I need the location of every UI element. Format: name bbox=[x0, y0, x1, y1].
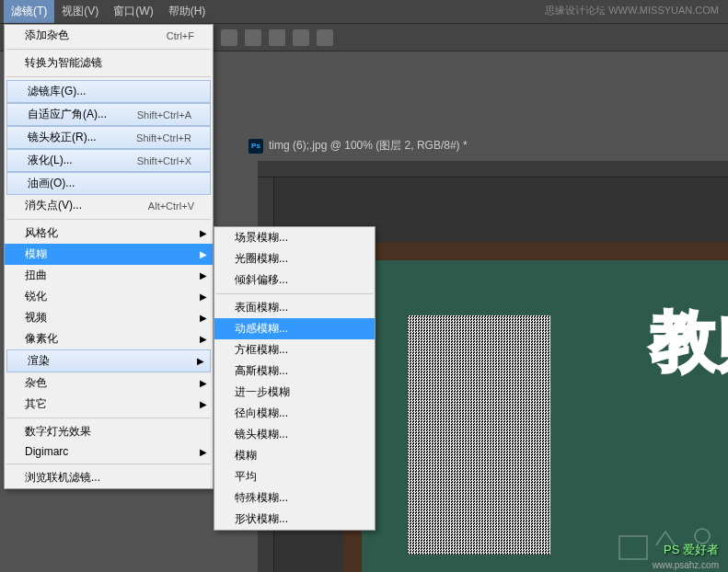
menu-item-模糊[interactable]: 模糊 bbox=[214, 445, 375, 466]
menu-item-锐化[interactable]: 锐化▶ bbox=[5, 286, 213, 307]
menu-item-label: 光圈模糊... bbox=[235, 251, 288, 267]
menu-item-label: 特殊模糊... bbox=[235, 490, 288, 506]
menu-item-label: 进一步模糊 bbox=[235, 384, 290, 400]
menu-item-label: 镜头校正(R)... bbox=[28, 130, 97, 145]
toolbar-icon[interactable] bbox=[293, 29, 309, 46]
blur-submenu-dropdown: 场景模糊...光圈模糊...倾斜偏移...表面模糊...动感模糊...方框模糊.… bbox=[214, 226, 376, 531]
menu-separator bbox=[6, 463, 211, 464]
menu-item-label: 模糊 bbox=[235, 448, 257, 463]
menu-item-场景模糊...[interactable]: 场景模糊... bbox=[214, 227, 375, 248]
submenu-arrow-icon: ▶ bbox=[197, 356, 204, 366]
submenu-arrow-icon: ▶ bbox=[200, 228, 207, 238]
submenu-arrow-icon: ▶ bbox=[200, 249, 207, 259]
menu-shortcut: Shift+Ctrl+R bbox=[136, 132, 191, 143]
menu-item-label: 扭曲 bbox=[25, 268, 47, 283]
menu-item-平均[interactable]: 平均 bbox=[214, 466, 375, 487]
menu-item-消失点(V)...[interactable]: 消失点(V)...Alt+Ctrl+V bbox=[5, 195, 213, 216]
menu-item-label: 风格化 bbox=[25, 225, 58, 241]
menu-shortcut: Shift+Ctrl+X bbox=[137, 155, 191, 166]
menu-item-其它[interactable]: 其它▶ bbox=[5, 394, 213, 415]
menu-item-动感模糊...[interactable]: 动感模糊... bbox=[214, 318, 375, 339]
menu-item-label: 油画(O)... bbox=[28, 176, 75, 191]
chalkboard: 教师节 bbox=[362, 260, 728, 572]
menu-item-扭曲[interactable]: 扭曲▶ bbox=[5, 265, 213, 286]
menu-item-label: 锐化 bbox=[25, 289, 47, 304]
canvas[interactable]: 教师节 bbox=[343, 242, 728, 572]
menu-item-label: 浏览联机滤镜... bbox=[25, 470, 100, 486]
menubar: 滤镜(T)视图(V)窗口(W)帮助(H) 思缘设计论坛 WWW.MISSYUAN… bbox=[0, 0, 728, 24]
svg-rect-0 bbox=[619, 536, 647, 559]
menu-item-高斯模糊...[interactable]: 高斯模糊... bbox=[214, 360, 375, 382]
menu-item-label: 转换为智能滤镜 bbox=[25, 55, 102, 71]
submenu-arrow-icon: ▶ bbox=[200, 334, 207, 344]
menu-item-自适应广角(A)...[interactable]: 自适应广角(A)...Shift+Ctrl+A bbox=[6, 103, 211, 126]
menu-item-液化(L)...[interactable]: 液化(L)...Shift+Ctrl+X bbox=[6, 149, 211, 172]
menu-item-数字灯光效果[interactable]: 数字灯光效果 bbox=[5, 421, 213, 442]
ps-icon: Ps bbox=[248, 139, 263, 154]
menu-item-Digimarc[interactable]: Digimarc▶ bbox=[5, 442, 213, 461]
menu-item-转换为智能滤镜[interactable]: 转换为智能滤镜 bbox=[5, 52, 213, 74]
menu-item-光圈模糊...[interactable]: 光圈模糊... bbox=[214, 248, 375, 269]
menu-item-label: 表面模糊... bbox=[235, 300, 288, 315]
toolbar-icon[interactable] bbox=[245, 29, 261, 46]
menu-item-表面模糊...[interactable]: 表面模糊... bbox=[214, 297, 375, 318]
menu-item-label: 杂色 bbox=[25, 375, 47, 391]
menu-item-视频[interactable]: 视频▶ bbox=[5, 307, 213, 328]
submenu-arrow-icon: ▶ bbox=[200, 447, 207, 457]
menu-帮助(H)[interactable]: 帮助(H) bbox=[161, 0, 214, 23]
menu-item-label: 渲染 bbox=[28, 353, 50, 369]
submenu-arrow-icon: ▶ bbox=[200, 292, 207, 302]
document-tab[interactable]: Ps timg (6);.jpg @ 100% (图层 2, RGB/8#) * bbox=[248, 138, 468, 154]
menu-item-label: 镜头模糊... bbox=[235, 427, 288, 442]
menu-item-label: 视频 bbox=[25, 310, 47, 326]
menu-item-风格化[interactable]: 风格化▶ bbox=[5, 223, 213, 244]
menu-item-label: 数字灯光效果 bbox=[25, 424, 91, 440]
menu-item-label: 形状模糊... bbox=[235, 511, 288, 527]
menu-滤镜(T)[interactable]: 滤镜(T) bbox=[4, 0, 54, 23]
menu-item-label: 模糊 bbox=[25, 246, 47, 262]
horizontal-ruler bbox=[258, 161, 728, 177]
toolbar-icon[interactable] bbox=[317, 29, 333, 46]
menu-item-特殊模糊...[interactable]: 特殊模糊... bbox=[214, 487, 375, 509]
menu-item-方框模糊...[interactable]: 方框模糊... bbox=[214, 339, 375, 360]
menu-item-形状模糊...[interactable]: 形状模糊... bbox=[214, 509, 375, 530]
menu-item-渲染[interactable]: 渲染▶ bbox=[6, 349, 211, 372]
document-title: timg (6);.jpg @ 100% (图层 2, RGB/8#) * bbox=[269, 138, 468, 154]
menu-shortcut: Shift+Ctrl+A bbox=[137, 109, 191, 120]
menu-separator bbox=[6, 418, 211, 418]
menu-item-label: 倾斜偏移... bbox=[235, 272, 288, 288]
menu-item-杂色[interactable]: 杂色▶ bbox=[5, 372, 213, 394]
menu-separator bbox=[6, 49, 211, 50]
menu-item-label: 像素化 bbox=[25, 331, 58, 347]
menu-item-像素化[interactable]: 像素化▶ bbox=[5, 328, 213, 349]
menu-item-label: 高斯模糊... bbox=[235, 363, 288, 379]
menu-视图(V)[interactable]: 视图(V) bbox=[54, 0, 106, 23]
menu-item-label: 液化(L)... bbox=[28, 153, 73, 168]
menu-item-滤镜库(G)...[interactable]: 滤镜库(G)... bbox=[6, 80, 211, 103]
toolbar-icon[interactable] bbox=[269, 29, 285, 46]
menu-item-label: 自适应广角(A)... bbox=[28, 107, 107, 122]
menu-item-镜头校正(R)...[interactable]: 镜头校正(R)...Shift+Ctrl+R bbox=[6, 126, 211, 149]
menu-item-倾斜偏移...[interactable]: 倾斜偏移... bbox=[214, 269, 375, 291]
chalk-text: 教师节 bbox=[651, 297, 728, 385]
menu-item-模糊[interactable]: 模糊▶ bbox=[5, 244, 213, 265]
menu-item-油画(O)...[interactable]: 油画(O)... bbox=[6, 172, 211, 195]
menu-item-浏览联机滤镜...[interactable]: 浏览联机滤镜... bbox=[5, 467, 213, 488]
submenu-arrow-icon: ▶ bbox=[200, 378, 207, 388]
menu-item-镜头模糊...[interactable]: 镜头模糊... bbox=[214, 424, 375, 445]
menu-separator bbox=[6, 219, 211, 220]
menu-item-label: 动感模糊... bbox=[235, 321, 288, 337]
menu-item-径向模糊...[interactable]: 径向模糊... bbox=[214, 403, 375, 424]
menu-item-添加杂色[interactable]: 添加杂色Ctrl+F bbox=[5, 25, 213, 46]
menu-item-label: 径向模糊... bbox=[235, 406, 288, 421]
menu-窗口(W)[interactable]: 窗口(W) bbox=[106, 0, 160, 23]
menu-shortcut: Alt+Ctrl+V bbox=[148, 200, 194, 212]
menu-item-进一步模糊[interactable]: 进一步模糊 bbox=[214, 382, 375, 403]
submenu-arrow-icon: ▶ bbox=[200, 270, 207, 280]
menu-item-label: 方框模糊... bbox=[235, 342, 288, 358]
menu-separator bbox=[6, 76, 211, 77]
menu-item-label: 其它 bbox=[25, 396, 47, 412]
menu-item-label: Digimarc bbox=[25, 445, 68, 458]
toolbar-icon[interactable] bbox=[221, 29, 237, 46]
header-watermark: 思缘设计论坛 WWW.MISSYUAN.COM bbox=[545, 4, 719, 17]
